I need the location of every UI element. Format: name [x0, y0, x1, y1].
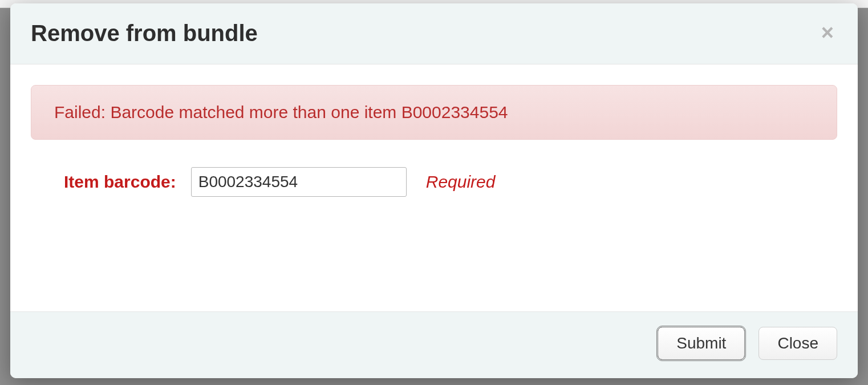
modal-header: Remove from bundle × — [10, 3, 858, 64]
required-hint: Required — [426, 172, 496, 192]
close-icon[interactable]: × — [818, 19, 837, 46]
modal-footer: Submit Close — [10, 311, 858, 378]
error-alert: Failed: Barcode matched more than one it… — [31, 85, 837, 140]
barcode-form-row: Item barcode: Required — [31, 167, 837, 197]
barcode-label: Item barcode: — [64, 172, 176, 192]
error-alert-message: Failed: Barcode matched more than one it… — [54, 103, 508, 121]
remove-from-bundle-modal: Remove from bundle × Failed: Barcode mat… — [10, 3, 858, 378]
modal-body: Failed: Barcode matched more than one it… — [10, 64, 858, 311]
close-button[interactable]: Close — [759, 327, 837, 360]
barcode-input[interactable] — [191, 167, 407, 197]
modal-title: Remove from bundle — [31, 19, 258, 47]
submit-button[interactable]: Submit — [658, 327, 745, 360]
